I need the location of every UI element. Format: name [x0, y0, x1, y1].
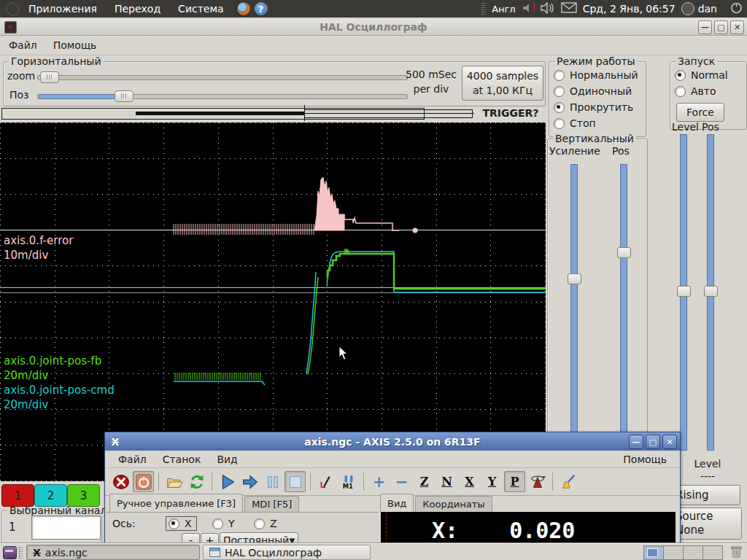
- help-launcher-icon[interactable]: ?: [255, 2, 268, 15]
- hal-menu-help[interactable]: Помощь: [46, 37, 104, 53]
- trigger-group-label: Запуск: [676, 55, 717, 67]
- tab-mdi[interactable]: MDI [F5]: [244, 496, 299, 512]
- gain-slider-handle[interactable]: [568, 273, 581, 284]
- rotate-icon[interactable]: [527, 471, 548, 492]
- axis-menu-file[interactable]: Файл: [111, 451, 154, 467]
- axis-radio-z[interactable]: Z: [254, 518, 277, 529]
- axis-titlebar[interactable]: X axis.ngc - AXIS 2.5.0 on 6R13F — ▢ ✕: [105, 432, 680, 451]
- minimize-button[interactable]: —: [698, 20, 712, 34]
- axis-window-icon: X: [109, 436, 121, 448]
- tab-manual-control[interactable]: Ручное управление [F3]: [109, 494, 243, 512]
- channel-1-button[interactable]: 1: [1, 484, 34, 507]
- zoom-in-icon[interactable]: +: [368, 471, 390, 492]
- run-from-line-icon[interactable]: [239, 471, 260, 492]
- axis-menu-machine[interactable]: Станок: [155, 451, 209, 467]
- trigger-level-slider-handle[interactable]: [677, 286, 691, 297]
- reload-icon[interactable]: [186, 471, 207, 492]
- workspace-1[interactable]: [644, 546, 664, 559]
- panel-drag-handle[interactable]: [481, 3, 486, 15]
- trigger-normal[interactable]: Normal: [675, 69, 728, 81]
- view-x-icon[interactable]: X: [459, 471, 480, 492]
- axis-minimize-button[interactable]: —: [629, 435, 643, 449]
- tab-preview[interactable]: Вид: [380, 494, 414, 512]
- estop-icon[interactable]: [110, 471, 131, 492]
- zoom-slider-label: zoom: [7, 70, 35, 82]
- position-slider-fill: [39, 94, 120, 99]
- toolbar-separator: [310, 472, 311, 491]
- position-slider-handle[interactable]: [115, 90, 133, 102]
- axis-radio-y[interactable]: Y: [212, 518, 235, 529]
- system-menu[interactable]: Система: [169, 0, 232, 18]
- channel-3-button[interactable]: 3: [67, 484, 100, 507]
- horizontal-group-label: Горизонтальный: [9, 55, 104, 67]
- maximize-button[interactable]: ▢: [714, 20, 728, 34]
- axis-menu-help[interactable]: Помощь: [616, 451, 674, 467]
- view-z2-icon[interactable]: N: [436, 471, 457, 492]
- vertical-group-label: Вертикальный: [553, 133, 636, 144]
- axis-maximize-button[interactable]: ▢: [646, 435, 660, 449]
- channel-2-button[interactable]: 2: [34, 484, 67, 507]
- tab-dro[interactable]: Координаты: [415, 496, 492, 512]
- close-button[interactable]: ✕: [730, 20, 744, 34]
- svg-text:axis.0.f-error: axis.0.f-error: [4, 234, 74, 247]
- volume-icon[interactable]: [541, 2, 555, 16]
- stop-icon[interactable]: [285, 471, 306, 492]
- trigger-pos-slider-handle[interactable]: [704, 286, 718, 297]
- axis-menu-view[interactable]: Вид: [209, 451, 244, 467]
- trigger-menu-button[interactable]: TRIGGER?: [477, 105, 544, 121]
- places-menu[interactable]: Переход: [106, 0, 169, 18]
- zoom-slider-handle[interactable]: [40, 71, 59, 83]
- notification-alert-icon[interactable]: !: [522, 2, 535, 16]
- run-mode-roll[interactable]: Прокрутить: [554, 101, 633, 113]
- workspace-3[interactable]: [684, 546, 703, 559]
- user-menu[interactable]: dan: [681, 2, 717, 15]
- trash-icon[interactable]: [730, 545, 743, 560]
- machine-power-icon[interactable]: [133, 471, 154, 492]
- workspace-2[interactable]: [664, 546, 684, 559]
- applications-menu[interactable]: Приложения: [20, 0, 106, 18]
- svg-text:axis.0.joint-pos-cmd: axis.0.joint-pos-cmd: [4, 384, 115, 397]
- vpos-slider-label: Pos: [612, 145, 630, 157]
- hal-menu-file[interactable]: Файл: [1, 37, 44, 53]
- open-file-icon[interactable]: [163, 471, 185, 492]
- axis-radio-x[interactable]: X: [166, 516, 197, 531]
- samples-button[interactable]: 4000 samples at 1,00 КГц: [462, 66, 543, 101]
- vpos-slider-handle[interactable]: [617, 247, 631, 258]
- tasklist-drag-handle[interactable]: [19, 547, 23, 559]
- run-icon[interactable]: [217, 471, 238, 492]
- pause-icon[interactable]: [262, 471, 283, 492]
- skip-lines-icon[interactable]: [315, 471, 336, 492]
- taskbar-applet-icon[interactable]: [3, 546, 17, 559]
- vpos-slider[interactable]: [620, 164, 627, 443]
- hal-titlebar[interactable]: HAL Осциллограф — ▢ ✕: [0, 19, 747, 36]
- axis-window: X axis.ngc - AXIS 2.5.0 on 6R13F — ▢ ✕ Ф…: [104, 432, 681, 560]
- keyboard-layout-indicator[interactable]: Англ: [492, 4, 516, 15]
- toolbar-separator: [552, 472, 553, 491]
- task-axis[interactable]: X axis.ngc: [26, 545, 200, 560]
- zoom-out-icon[interactable]: −: [391, 471, 412, 492]
- run-mode-normal[interactable]: Нормальный: [554, 69, 638, 81]
- view-y-icon[interactable]: Y: [481, 471, 503, 492]
- firefox-launcher-icon[interactable]: [237, 2, 250, 15]
- selected-channel-number: 1: [9, 521, 16, 534]
- workspace-4[interactable]: [703, 546, 722, 559]
- channel-source-entry[interactable]: [31, 516, 101, 540]
- clear-plot-icon[interactable]: [557, 471, 578, 492]
- trigger-auto[interactable]: Авто: [675, 85, 716, 97]
- gain-slider[interactable]: [570, 164, 578, 443]
- optional-stop-icon[interactable]: M1: [338, 471, 359, 492]
- run-mode-stop[interactable]: Стоп: [554, 117, 596, 129]
- horizontal-group: Горизонтальный zoom Поз 500 mSec per div…: [3, 61, 546, 106]
- mail-icon[interactable]: [561, 2, 577, 15]
- task-halscope[interactable]: HAL Осциллограф: [203, 545, 371, 560]
- gain-slider-label: Усиление: [549, 145, 600, 157]
- toolbar-separator: [158, 472, 159, 491]
- clock[interactable]: Срд, 2 Янв, 06:57: [583, 3, 676, 15]
- shutdown-icon[interactable]: [730, 1, 743, 16]
- force-button[interactable]: Force: [676, 103, 724, 122]
- axis-close-button[interactable]: ✕: [662, 435, 677, 449]
- view-z-icon[interactable]: Z: [414, 471, 435, 492]
- zoom-slider[interactable]: [37, 75, 408, 80]
- run-mode-single[interactable]: Одиночный: [554, 85, 632, 97]
- view-p-icon[interactable]: P: [504, 471, 525, 492]
